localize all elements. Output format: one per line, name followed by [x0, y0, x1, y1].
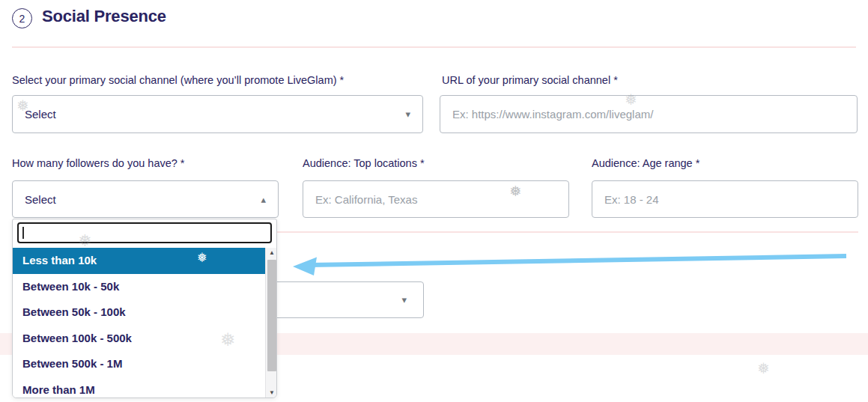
primary-channel-label: Select your primary social channel (wher… [12, 74, 344, 86]
dropdown-option[interactable]: Between 50k - 100k [13, 299, 265, 326]
dropdown-search-input[interactable] [17, 222, 272, 243]
followers-select[interactable]: Select ▴ [12, 180, 279, 218]
primary-channel-select-value: Select [25, 108, 405, 121]
primary-channel-select[interactable]: Select ▾ [12, 95, 423, 133]
snowflake-icon: ❅ [757, 361, 770, 376]
chevron-down-icon: ▾ [405, 109, 410, 120]
text-cursor [22, 227, 24, 239]
top-locations-input[interactable] [303, 180, 569, 218]
age-range-input[interactable] [592, 180, 858, 218]
step-number-badge: 2 [12, 8, 32, 28]
followers-dropdown-panel: Less than 10k Between 10k - 50k Between … [12, 219, 277, 398]
dropdown-option[interactable]: Less than 10k [13, 248, 265, 274]
section-divider [12, 46, 856, 48]
chevron-up-icon: ▴ [261, 194, 266, 205]
dropdown-scrollbar[interactable]: ▲ ▼ [265, 248, 277, 398]
followers-label: How many followers do you have? * [12, 157, 185, 169]
scroll-down-icon[interactable]: ▼ [266, 388, 277, 398]
page-title: Social Presence [42, 7, 166, 26]
followers-select-value: Select [25, 193, 261, 206]
dropdown-option[interactable]: Between 100k - 500k [13, 326, 265, 352]
social-presence-form: 2 Social Presence Select your primary so… [0, 0, 868, 402]
scroll-up-icon[interactable]: ▲ [266, 248, 277, 258]
scrollbar-thumb[interactable] [267, 260, 276, 371]
dropdown-option[interactable]: More than 1M [13, 377, 265, 399]
top-locations-label: Audience: Top locations * [303, 157, 425, 169]
dropdown-option[interactable]: Between 10k - 50k [13, 274, 265, 300]
age-range-label: Audience: Age range * [592, 157, 699, 169]
chevron-down-icon: ▾ [401, 294, 407, 305]
url-input[interactable] [440, 95, 858, 133]
url-label: URL of your primary social channel * [442, 74, 618, 86]
dropdown-option[interactable]: Between 500k - 1M [13, 351, 265, 377]
